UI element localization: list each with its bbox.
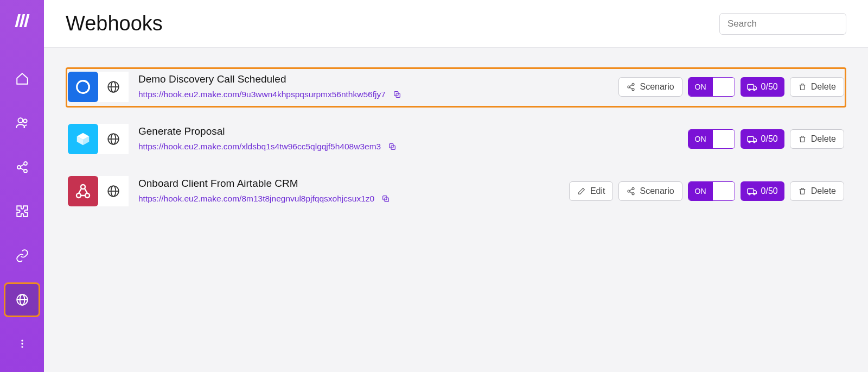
globe-icon [98,176,129,206]
svg-rect-25 [747,137,753,142]
svg-point-3 [17,166,21,169]
toggle-off-side [713,130,735,148]
webhook-url[interactable]: https://hook.eu2.make.com/9u3wwn4khpspqs… [138,90,386,99]
svg-point-35 [632,187,634,190]
svg-point-39 [749,193,750,195]
status-toggle[interactable]: ON [688,129,735,149]
search-input[interactable] [719,13,846,35]
nav-more[interactable] [5,328,39,360]
webhook-row: Generate Proposal https://hook.eu2.make.… [66,119,846,160]
webhook-info: Onboard Client From Airtable CRM https:/… [68,176,392,206]
status-toggle[interactable]: ON [688,181,735,201]
globe-icon [98,72,129,102]
delete-label: Delete [811,186,836,196]
toggle-off-side [713,182,735,200]
webhook-actions: ON 0/50 Delete [688,129,844,149]
toggle-on-label: ON [688,182,713,200]
svg-point-1 [23,119,27,123]
queue-value: 0/50 [761,82,778,92]
webhook-actions: Scenario ON 0/50 Delete [618,77,844,97]
scenario-button[interactable]: Scenario [618,181,682,201]
nav-webhooks[interactable] [5,283,39,316]
svg-point-36 [628,190,630,192]
nav-home[interactable] [5,62,39,94]
svg-point-2 [24,162,27,165]
sidebar [0,0,44,372]
toggle-on-label: ON [688,130,713,148]
webhook-row: Demo Discovery Call Scheduled https://ho… [66,67,846,108]
svg-point-17 [632,89,634,91]
copy-icon[interactable] [391,89,403,100]
webhook-url[interactable]: https://hook.eu2.make.com/8m13t8jnegnvul… [138,194,374,204]
svg-point-19 [749,89,750,91]
webhook-title: Demo Discovery Call Scheduled [138,73,403,85]
svg-point-7 [21,340,23,342]
svg-rect-38 [747,189,753,194]
toggle-off-side [713,78,735,96]
queue-badge[interactable]: 0/50 [741,77,784,97]
svg-rect-18 [747,85,753,90]
edit-button[interactable]: Edit [569,181,614,201]
delete-label: Delete [811,134,836,144]
nav-links[interactable] [5,239,39,272]
app-icon [68,72,98,102]
svg-point-0 [18,118,23,123]
nav-users[interactable] [5,107,39,139]
svg-point-15 [632,83,634,85]
main: Webhooks Demo Discovery Call Scheduled h… [44,0,868,372]
toggle-on-label: ON [688,78,713,96]
scenario-label: Scenario [640,186,674,196]
queue-badge[interactable]: 0/50 [741,181,784,201]
page-title: Webhooks [66,12,163,35]
svg-point-16 [628,86,630,88]
webhook-url[interactable]: https://hook.eu2.make.com/xldsbq1s4tw96c… [138,142,381,152]
nav-integrations[interactable] [5,196,39,228]
scenario-button[interactable]: Scenario [618,77,682,97]
webhooks-list: Demo Discovery Call Scheduled https://ho… [44,48,868,243]
header: Webhooks [44,0,868,48]
webhook-title: Generate Proposal [138,125,398,137]
svg-point-27 [754,141,755,143]
delete-button[interactable]: Delete [790,129,844,149]
nav-share[interactable] [5,151,39,183]
globe-icon [98,124,129,154]
webhook-row: Onboard Client From Airtable CRM https:/… [66,172,846,212]
webhook-title: Onboard Client From Airtable CRM [138,178,392,190]
delete-button[interactable]: Delete [790,181,844,201]
svg-point-20 [754,89,755,91]
status-toggle[interactable]: ON [688,77,735,97]
webhook-actions: Edit Scenario ON 0/50 Delete [569,181,844,201]
app-logo[interactable] [5,4,39,36]
svg-point-26 [749,141,750,143]
webhook-info: Demo Discovery Call Scheduled https://ho… [68,72,403,102]
delete-label: Delete [811,82,836,92]
scenario-label: Scenario [640,82,674,92]
queue-value: 0/50 [761,134,778,144]
webhook-info: Generate Proposal https://hook.eu2.make.… [68,124,398,154]
svg-point-8 [21,343,23,345]
app-icon [68,176,98,206]
edit-label: Edit [590,186,605,196]
svg-point-30 [85,193,90,198]
svg-point-29 [76,193,81,198]
svg-point-4 [24,169,27,173]
delete-button[interactable]: Delete [790,77,844,97]
queue-badge[interactable]: 0/50 [741,129,784,149]
queue-value: 0/50 [761,186,778,196]
copy-icon[interactable] [386,141,398,153]
svg-point-9 [21,346,23,348]
svg-point-40 [754,193,755,195]
app-icon [68,124,98,154]
svg-point-37 [632,193,634,195]
copy-icon[interactable] [380,193,392,205]
